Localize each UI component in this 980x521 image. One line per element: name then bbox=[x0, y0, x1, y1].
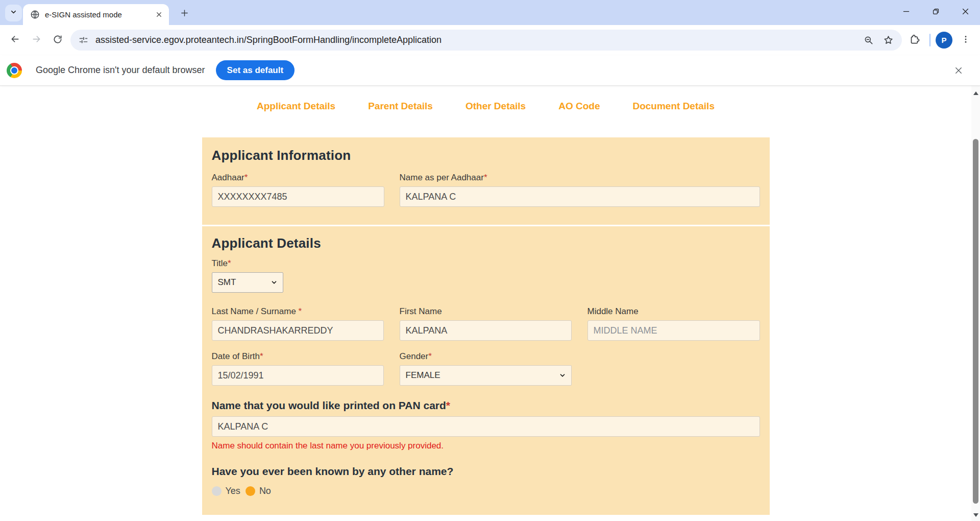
notification-close-button[interactable] bbox=[949, 61, 968, 80]
applicant-details-heading: Applicant Details bbox=[212, 235, 760, 251]
bookmark-star-icon[interactable] bbox=[878, 31, 898, 50]
chevron-down-icon bbox=[10, 8, 17, 18]
back-arrow-icon bbox=[10, 34, 20, 46]
forward-button[interactable] bbox=[26, 30, 47, 51]
tab-search-button[interactable] bbox=[5, 5, 22, 21]
page-scrollbar[interactable] bbox=[971, 86, 980, 521]
scroll-down-button[interactable] bbox=[971, 511, 980, 519]
name-as-per-aadhaar-label: Name as per Aadhaar* bbox=[400, 173, 760, 183]
globe-icon bbox=[30, 10, 40, 19]
minimize-icon bbox=[902, 7, 911, 18]
applicant-information-heading: Applicant Information bbox=[212, 148, 760, 163]
close-icon bbox=[961, 7, 970, 18]
new-tab-button[interactable] bbox=[177, 5, 192, 20]
scrollbar-thumb[interactable] bbox=[973, 139, 978, 504]
pan-name-label: Name that you would like printed on PAN … bbox=[212, 399, 760, 412]
gender-select-value: FEMALE bbox=[406, 370, 440, 381]
middle-name-field-group: Middle Name bbox=[587, 306, 760, 341]
tab-document-details[interactable]: Document Details bbox=[632, 101, 714, 112]
radio-yes-label: Yes bbox=[226, 486, 240, 496]
window-close-button[interactable] bbox=[950, 0, 980, 25]
radio-yes[interactable] bbox=[212, 486, 222, 496]
extensions-button[interactable] bbox=[904, 30, 924, 51]
set-as-default-button[interactable]: Set as default bbox=[216, 60, 295, 80]
tab-title: e-SIGN assisted mode bbox=[45, 10, 153, 19]
scroll-down-icon bbox=[973, 513, 978, 517]
first-name-field-group: First Name bbox=[400, 306, 572, 341]
last-name-input[interactable] bbox=[212, 320, 384, 341]
tab-applicant-details[interactable]: Applicant Details bbox=[257, 101, 335, 112]
browser-tabstrip: e-SIGN assisted mode bbox=[0, 0, 980, 25]
first-name-label: First Name bbox=[400, 306, 572, 317]
pan-name-input[interactable] bbox=[212, 416, 760, 437]
reload-icon bbox=[53, 34, 63, 46]
gender-select[interactable]: FEMALE bbox=[400, 365, 572, 386]
reload-button[interactable] bbox=[47, 30, 68, 51]
site-settings-icon[interactable] bbox=[79, 35, 88, 45]
kebab-menu-icon bbox=[961, 35, 970, 46]
name-as-per-aadhaar-input[interactable] bbox=[400, 186, 760, 207]
window-controls bbox=[891, 0, 980, 25]
page-viewport: Applicant Details Parent Details Other D… bbox=[0, 86, 980, 521]
title-field-group: Title* SMT bbox=[212, 258, 760, 293]
aadhaar-field-group: Aadhaar* bbox=[212, 173, 384, 207]
first-name-input[interactable] bbox=[400, 320, 572, 341]
browser-menu-button[interactable] bbox=[955, 30, 976, 51]
url-text: assisted-service.egov.proteantech.in/Spr… bbox=[95, 35, 859, 45]
title-label: Title* bbox=[212, 258, 760, 269]
title-select[interactable]: SMT bbox=[212, 272, 283, 293]
pan-name-error-message: Name should contain the last name you pr… bbox=[212, 441, 760, 451]
radio-no-label: No bbox=[259, 486, 271, 496]
tab-parent-details[interactable]: Parent Details bbox=[368, 101, 433, 112]
notification-message: Google Chrome isn't your default browser bbox=[36, 65, 205, 76]
aadhaar-label: Aadhaar* bbox=[212, 173, 384, 183]
required-asterisk: * bbox=[428, 351, 432, 361]
other-name-radio-group: Yes No bbox=[212, 486, 760, 496]
other-name-question: Have you ever been known by any other na… bbox=[212, 465, 760, 478]
window-minimize-button[interactable] bbox=[891, 0, 921, 25]
last-name-field-group: Last Name / Surname * bbox=[212, 306, 384, 341]
forward-arrow-icon bbox=[31, 34, 42, 46]
scroll-up-button[interactable] bbox=[971, 89, 980, 97]
pan-name-field-group bbox=[212, 416, 760, 437]
applicant-details-panel: Applicant Details Title* SMT Last Name /… bbox=[202, 226, 770, 515]
window-restore-button[interactable] bbox=[921, 0, 950, 25]
radio-no[interactable] bbox=[246, 486, 255, 496]
browser-toolbar: assisted-service.egov.proteantech.in/Spr… bbox=[0, 25, 980, 55]
applicant-information-panel: Applicant Information Aadhaar* Name as p… bbox=[202, 137, 770, 225]
profile-avatar[interactable]: P bbox=[936, 32, 952, 49]
middle-name-label: Middle Name bbox=[587, 306, 760, 317]
date-of-birth-input[interactable] bbox=[212, 365, 384, 386]
chrome-logo-icon bbox=[7, 63, 22, 78]
middle-name-input[interactable] bbox=[587, 320, 760, 341]
chevron-down-icon bbox=[271, 279, 278, 286]
gender-field-group: Gender* FEMALE bbox=[400, 351, 572, 386]
zoom-out-icon[interactable] bbox=[859, 31, 878, 50]
required-asterisk: * bbox=[228, 258, 231, 268]
required-asterisk: * bbox=[484, 173, 487, 182]
tab-close-button[interactable] bbox=[153, 9, 165, 21]
default-browser-notification: Google Chrome isn't your default browser… bbox=[0, 55, 980, 86]
date-of-birth-label: Date of Birth* bbox=[212, 351, 384, 362]
required-asterisk: * bbox=[296, 306, 302, 316]
browser-tab[interactable]: e-SIGN assisted mode bbox=[23, 4, 169, 25]
name-as-per-aadhaar-field-group: Name as per Aadhaar* bbox=[400, 173, 760, 207]
required-asterisk: * bbox=[244, 173, 248, 182]
date-of-birth-field-group: Date of Birth* bbox=[212, 351, 384, 386]
tab-other-details[interactable]: Other Details bbox=[465, 101, 526, 112]
toolbar-separator bbox=[929, 34, 930, 46]
title-select-value: SMT bbox=[218, 277, 236, 288]
required-asterisk: * bbox=[260, 351, 263, 361]
form-step-tabs: Applicant Details Parent Details Other D… bbox=[0, 86, 971, 112]
back-button[interactable] bbox=[4, 30, 26, 51]
extensions-puzzle-icon bbox=[909, 34, 920, 47]
last-name-label: Last Name / Surname * bbox=[212, 306, 384, 317]
aadhaar-input[interactable] bbox=[212, 186, 384, 207]
gender-label: Gender* bbox=[400, 351, 572, 362]
chevron-down-icon bbox=[559, 372, 566, 379]
address-bar[interactable]: assisted-service.egov.proteantech.in/Spr… bbox=[70, 30, 902, 51]
tab-ao-code[interactable]: AO Code bbox=[558, 101, 600, 112]
required-asterisk: * bbox=[446, 399, 450, 411]
scroll-up-icon bbox=[973, 91, 978, 95]
restore-icon bbox=[932, 7, 940, 18]
